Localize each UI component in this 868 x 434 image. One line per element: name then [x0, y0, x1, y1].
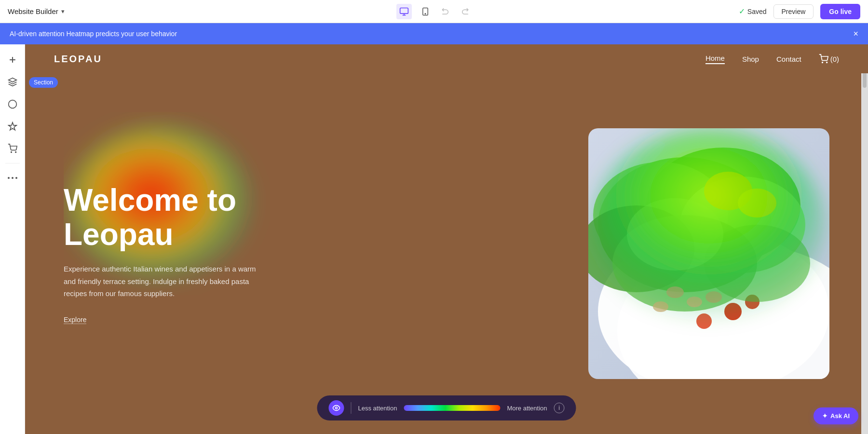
add-element-button[interactable]	[3, 50, 22, 69]
svg-point-12	[12, 177, 14, 179]
legend-less-label: Less attention	[358, 405, 397, 412]
toolbar-center	[396, 4, 472, 19]
canvas-area: LEOPAU Home Shop Contact (0) Section	[25, 44, 868, 434]
banner-text: AI-driven attention Heatmap predicts you…	[10, 30, 177, 38]
left-sidebar	[0, 44, 25, 434]
svg-point-4	[425, 13, 426, 14]
svg-point-8	[8, 100, 16, 108]
toolbar-title[interactable]: Website Builder	[8, 7, 58, 15]
svg-point-28	[687, 297, 702, 307]
section-label[interactable]: Section	[29, 77, 58, 88]
svg-point-37	[335, 407, 337, 409]
svg-point-32	[696, 313, 712, 329]
undo-button[interactable]	[439, 5, 452, 18]
svg-point-31	[724, 303, 742, 320]
svg-point-24	[738, 189, 776, 217]
svg-point-11	[8, 177, 10, 179]
cart-icon-wrap[interactable]: (0)	[819, 54, 839, 64]
golive-button[interactable]: Go live	[820, 4, 860, 19]
hero-content-left: Welcome toLeopau Experience authentic It…	[25, 154, 588, 353]
chevron-icon[interactable]: ▾	[61, 8, 65, 15]
svg-point-15	[826, 62, 827, 63]
toolbar: Website Builder ▾ ✓ Saved	[0, 0, 868, 23]
nav-link-contact[interactable]: Contact	[776, 55, 801, 63]
svg-point-13	[15, 177, 17, 179]
toolbar-left: Website Builder ▾	[8, 7, 65, 15]
hero-title: Welcome toLeopau	[64, 183, 550, 251]
ecommerce-button[interactable]	[3, 139, 22, 158]
main-layout: LEOPAU Home Shop Contact (0) Section	[0, 44, 868, 434]
attention-gradient-bar	[404, 405, 500, 411]
svg-point-14	[822, 62, 823, 63]
svg-rect-0	[400, 8, 408, 14]
nav-link-home[interactable]: Home	[705, 54, 725, 64]
svg-point-29	[705, 291, 722, 303]
legend-bar: Less attention More attention i	[317, 395, 576, 420]
legend-info-button[interactable]: i	[554, 403, 565, 413]
ask-ai-icon: ✦	[822, 412, 827, 420]
site-logo: LEOPAU	[54, 54, 102, 65]
nav-link-shop[interactable]: Shop	[742, 55, 759, 63]
toolbar-right: ✓ Saved Preview Go live	[739, 4, 860, 19]
food-image	[588, 128, 829, 379]
saved-indicator: ✓ Saved	[739, 7, 767, 16]
sidebar-divider	[5, 163, 20, 163]
cart-count: (0)	[830, 55, 839, 63]
saved-check-icon: ✓	[739, 7, 745, 16]
ai-tools-button[interactable]	[3, 117, 22, 136]
svg-point-35	[627, 198, 723, 271]
shapes-button[interactable]	[3, 95, 22, 114]
toggle-heatmap-button[interactable]	[328, 400, 344, 416]
svg-point-30	[653, 301, 668, 312]
svg-point-9	[11, 152, 12, 153]
svg-point-27	[666, 286, 684, 298]
mobile-view-button[interactable]	[418, 4, 433, 19]
hero-section: Section	[25, 73, 868, 434]
svg-point-10	[15, 152, 16, 153]
ask-ai-label: Ask AI	[830, 412, 850, 420]
hero-description: Experience authentic Italian wines and a…	[64, 263, 257, 300]
legend-divider	[351, 402, 351, 414]
redo-button[interactable]	[458, 5, 472, 18]
info-icon: i	[558, 405, 560, 411]
more-options-button[interactable]	[3, 168, 22, 188]
scroll-bar[interactable]	[861, 44, 868, 434]
hero-image-container	[588, 128, 829, 379]
ask-ai-button[interactable]: ✦ Ask AI	[814, 407, 858, 424]
saved-label: Saved	[747, 8, 767, 15]
info-banner: AI-driven attention Heatmap predicts you…	[0, 23, 868, 44]
legend-more-label: More attention	[507, 405, 547, 412]
desktop-view-button[interactable]	[396, 4, 412, 19]
hero-cta-button[interactable]: Explore	[64, 316, 86, 324]
svg-marker-7	[8, 78, 16, 82]
preview-button[interactable]: Preview	[773, 4, 814, 19]
layers-button[interactable]	[3, 72, 22, 92]
website-preview: LEOPAU Home Shop Contact (0) Section	[25, 44, 868, 434]
site-nav-links: Home Shop Contact (0)	[705, 54, 839, 64]
site-navigation: LEOPAU Home Shop Contact (0)	[25, 44, 868, 73]
banner-close-button[interactable]: ×	[853, 29, 858, 39]
